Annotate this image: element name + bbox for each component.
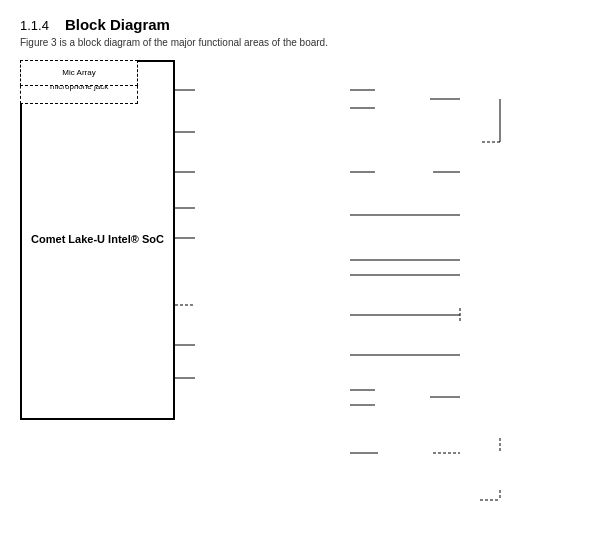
mic-array-box: Mic Array <box>20 60 138 86</box>
comet-lake-box: Comet Lake-U Intel® SoC <box>20 60 175 420</box>
title-section: 1.1.4 Block Diagram Figure 3 is a block … <box>20 16 580 48</box>
block-diagram: Front Panel USB-C™ Connector Front Panel… <box>20 60 580 520</box>
section-number: 1.1.4 <box>20 18 49 33</box>
section-title: Block Diagram <box>65 16 170 33</box>
subtitle: Figure 3 is a block diagram of the major… <box>20 37 580 48</box>
